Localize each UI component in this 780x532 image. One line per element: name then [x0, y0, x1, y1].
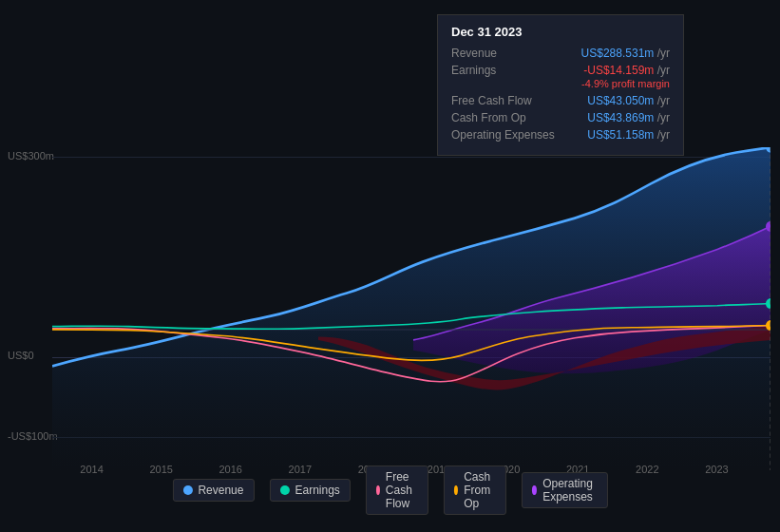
legend-item-revenue[interactable]: Revenue	[172, 479, 254, 502]
tooltip-value-cashop: US$43.869m /yr	[587, 111, 670, 124]
legend-dot-cashop	[454, 485, 458, 495]
tooltip-row-earnings: Earnings -US$14.159m /yr -4.9% profit ma…	[451, 64, 670, 90]
legend-label-cashop: Cash From Op	[464, 470, 496, 510]
legend: Revenue Earnings Free Cash Flow Cash Fro…	[172, 466, 607, 515]
tooltip-value-fcf: US$43.050m /yr	[587, 94, 670, 107]
tooltip-row-fcf: Free Cash Flow US$43.050m /yr	[451, 94, 670, 107]
tooltip-label-opex: Operating Expenses	[451, 128, 555, 142]
chart-svg	[52, 147, 770, 470]
x-label-2015: 2015	[149, 464, 172, 475]
legend-label-opex: Operating Expenses	[542, 477, 597, 504]
legend-item-earnings[interactable]: Earnings	[269, 479, 350, 502]
tooltip-label-revenue: Revenue	[451, 47, 497, 60]
legend-item-cashop[interactable]: Cash From Op	[444, 466, 506, 515]
chart-container: Dec 31 2023 Revenue US$288.531m /yr Earn…	[0, 0, 780, 532]
tooltip-date: Dec 31 2023	[451, 25, 670, 39]
legend-dot-earnings	[279, 485, 289, 495]
x-label-2023: 2023	[705, 464, 728, 475]
x-label-2014: 2014	[80, 464, 103, 475]
chart-area	[52, 147, 770, 470]
x-label-2022: 2022	[636, 464, 658, 475]
earnings-value: -US$14.159m /yr	[583, 64, 670, 77]
y-label-bottom: -US$100m	[8, 430, 58, 442]
tooltip-value-opex: US$51.158m /yr	[587, 128, 670, 142]
profit-margin: -4.9% profit margin	[581, 78, 670, 89]
legend-label-earnings: Earnings	[295, 484, 339, 497]
tooltip-row-cashop: Cash From Op US$43.869m /yr	[451, 111, 670, 124]
tooltip-value-revenue: US$288.531m /yr	[581, 47, 670, 60]
tooltip-label-fcf: Free Cash Flow	[451, 94, 532, 107]
legend-dot-fcf	[376, 485, 380, 495]
legend-dot-opex	[532, 485, 537, 495]
tooltip-row-revenue: Revenue US$288.531m /yr	[451, 47, 670, 60]
legend-item-fcf[interactable]: Free Cash Flow	[366, 466, 428, 515]
tooltip-value-earnings: -US$14.159m /yr -4.9% profit margin	[581, 64, 670, 90]
legend-label-fcf: Free Cash Flow	[386, 470, 418, 510]
legend-label-revenue: Revenue	[198, 484, 243, 497]
legend-dot-revenue	[182, 485, 192, 495]
tooltip-label-cashop: Cash From Op	[451, 111, 526, 124]
legend-item-opex[interactable]: Operating Expenses	[522, 472, 608, 508]
tooltip-row-opex: Operating Expenses US$51.158m /yr	[451, 128, 670, 142]
tooltip-label-earnings: Earnings	[451, 64, 496, 77]
y-label-middle: US$0	[8, 350, 34, 361]
y-label-top: US$300m	[8, 150, 54, 162]
tooltip: Dec 31 2023 Revenue US$288.531m /yr Earn…	[437, 14, 684, 156]
